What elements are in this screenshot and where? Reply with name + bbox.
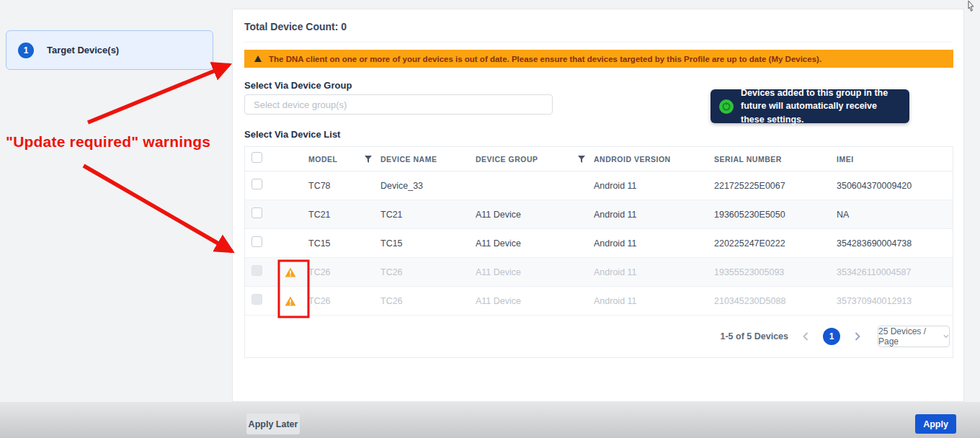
- cell-model: TC26: [308, 296, 380, 306]
- row-checkbox[interactable]: [251, 179, 262, 189]
- chevron-down-icon: [943, 334, 949, 339]
- cell-model: TC21: [308, 210, 380, 220]
- update-required-warning-icon: [285, 296, 296, 306]
- cell-imei: 357370940012913: [837, 296, 953, 306]
- column-header-device-group[interactable]: DEVICE GROUP: [476, 155, 594, 164]
- cell-serial-number: 19355523005093: [714, 267, 837, 277]
- table-row: TC15 TC15 A11 Device Android 11 22022524…: [245, 229, 953, 258]
- pagination-next-button[interactable]: [853, 331, 862, 342]
- select-all-checkbox[interactable]: [251, 152, 262, 163]
- annotation-update-required-label: "Update required" warnings: [6, 133, 229, 151]
- cell-device-group: A11 Device: [476, 267, 594, 277]
- cell-imei: 350604370009420: [837, 181, 953, 191]
- table-row: TC78 Device_33 Android 11 221725225E0067…: [245, 171, 953, 200]
- page-size-label: 25 Devices / Page: [878, 326, 938, 347]
- dna-client-warning-banner: The DNA client on one or more of your de…: [244, 50, 953, 68]
- table-row: TC21 TC21 A11 Device Android 11 19360523…: [245, 200, 953, 229]
- select-via-device-group-label: Select Via Device Group: [244, 80, 352, 91]
- cell-device-name: TC21: [380, 210, 476, 220]
- table-row: TC26 TC26 A11 Device Android 11 21034523…: [245, 287, 953, 316]
- select-via-device-list-label: Select Via Device List: [244, 129, 340, 140]
- row-checkbox[interactable]: [251, 265, 262, 276]
- cell-imei: 354283690004738: [837, 238, 953, 249]
- pagination-prev-button[interactable]: [801, 331, 810, 342]
- cell-device-name: TC26: [380, 296, 476, 306]
- apply-later-button[interactable]: Apply Later: [246, 414, 300, 434]
- warning-triangle-icon: [254, 55, 262, 62]
- filter-icon[interactable]: [578, 156, 585, 163]
- cell-android-version: Android 11: [594, 210, 714, 220]
- device-group-input[interactable]: [244, 94, 553, 115]
- pagination-page-1[interactable]: 1: [823, 328, 840, 345]
- cell-android-version: Android 11: [594, 181, 714, 191]
- chevron-left-icon: [803, 332, 808, 341]
- cell-model: TC15: [308, 238, 380, 249]
- footer-bar: [0, 402, 980, 438]
- total-device-count: Total Device Count: 0: [244, 21, 347, 32]
- column-header-android-version[interactable]: ANDROID VERSION: [594, 155, 714, 164]
- cell-imei: 353426110004587: [837, 267, 953, 277]
- step-label: Target Device(s): [47, 45, 119, 55]
- mouse-cursor-icon: [966, 0, 976, 12]
- row-checkbox[interactable]: [251, 207, 262, 218]
- chevron-right-icon: [855, 332, 860, 341]
- column-header-device-name[interactable]: DEVICE NAME: [380, 155, 476, 164]
- step-number-badge: 1: [18, 43, 34, 58]
- cell-android-version: Android 11: [594, 296, 714, 306]
- auto-apply-tooltip: Devices added to this group in the futur…: [710, 89, 909, 123]
- filter-icon[interactable]: [365, 156, 372, 163]
- annotation-arrow-to-banner: [88, 65, 229, 122]
- cell-serial-number: 221725225E0067: [714, 181, 837, 191]
- pagination-range-text: 1-5 of 5 Devices: [721, 331, 789, 341]
- cell-device-name: TC15: [380, 238, 476, 249]
- pagination-bar: 1-5 of 5 Devices 1 25 Devices / Page: [245, 316, 953, 357]
- cell-imei: NA: [837, 210, 953, 220]
- page-size-select[interactable]: 25 Devices / Page: [878, 326, 950, 347]
- divider: [244, 42, 952, 43]
- cell-device-group: A11 Device: [476, 238, 594, 249]
- update-required-warning-icon: [285, 267, 296, 277]
- cell-device-name: TC26: [380, 267, 476, 277]
- tooltip-text: Devices added to this group in the futur…: [741, 86, 901, 125]
- cell-model: TC78: [308, 181, 380, 191]
- cell-model: TC26: [308, 267, 380, 277]
- cell-device-group: A11 Device: [476, 210, 594, 220]
- device-table-header: MODEL DEVICE NAME DEVICE GROUP ANDROID V…: [245, 147, 953, 171]
- cell-android-version: Android 11: [594, 267, 714, 277]
- cell-serial-number: 193605230E5050: [714, 210, 837, 220]
- cell-device-name: Device_33: [380, 181, 476, 191]
- annotation-arrow-to-warnings: [84, 166, 232, 251]
- cell-device-group: A11 Device: [476, 296, 594, 306]
- cell-android-version: Android 11: [594, 238, 714, 249]
- warning-banner-text: The DNA client on one or more of your de…: [269, 55, 821, 63]
- cell-serial-number: 220225247E0222: [714, 238, 837, 249]
- device-table: MODEL DEVICE NAME DEVICE GROUP ANDROID V…: [244, 146, 953, 358]
- target-devices-panel: Total Device Count: 0 The DNA client on …: [232, 9, 964, 402]
- device-table-body: TC78 Device_33 Android 11 221725225E0067…: [245, 171, 953, 316]
- column-header-model[interactable]: MODEL: [308, 155, 380, 164]
- table-row: TC26 TC26 A11 Device Android 11 19355523…: [245, 258, 953, 287]
- wizard-step-target-devices[interactable]: 1 Target Device(s): [6, 30, 213, 70]
- row-checkbox[interactable]: [251, 294, 262, 305]
- page: 1 Target Device(s) "Update required" war…: [0, 0, 980, 438]
- column-header-imei[interactable]: IMEI: [837, 155, 953, 164]
- apply-button[interactable]: Apply: [915, 414, 956, 434]
- power-circle-icon: [719, 99, 734, 114]
- cell-serial-number: 210345230D5088: [714, 296, 837, 306]
- row-checkbox[interactable]: [251, 236, 262, 247]
- column-header-serial-number[interactable]: SERIAL NUMBER: [714, 155, 837, 164]
